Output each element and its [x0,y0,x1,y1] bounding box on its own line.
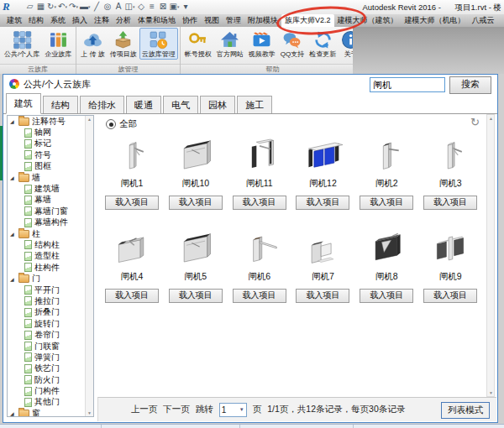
tag-icon[interactable]: ◎ [103,1,113,13]
revit-logo-icon[interactable]: R [3,0,21,13]
save-icon[interactable]: ▦ [36,1,45,13]
redo-icon[interactable]: ↷▾ [69,1,78,13]
tree-item-旋转门[interactable]: 旋转门 [8,318,93,329]
tree-folder-门[interactable]: ◢门 [8,273,93,284]
category-tab-园林[interactable]: 园林 [200,96,235,113]
customize-qat-icon[interactable]: ▾ [181,1,190,13]
tree-folder-注释符号[interactable]: ◢注释符号 [8,116,93,127]
ribbon-button-公共/个人库[interactable]: 公共/个人库 [2,28,42,60]
category-tab-电气[interactable]: 电气 [163,96,198,113]
tree-item-造型柱[interactable]: 造型柱 [8,251,93,262]
ribbon-tab-2[interactable]: 系统 [47,14,69,27]
open-icon[interactable]: ▱ [25,1,34,13]
load-into-project-button[interactable]: 载入项目 [169,196,223,210]
ribbon-tab-6[interactable]: 体量和场地 [134,14,179,27]
text-icon[interactable]: A [114,1,123,13]
page-jump-select[interactable]: 1▼ [219,403,247,417]
thin-lines-icon[interactable]: ≡ [147,1,156,13]
load-into-project-button[interactable]: 载入项目 [360,289,413,303]
load-into-project-button[interactable]: 载入项目 [105,196,159,210]
default-3d-view-icon[interactable]: ◫▾ [125,1,135,13]
ribbon-button-官方网站[interactable]: 官方网站 [214,28,246,60]
list-mode-button[interactable]: 列表模式 [441,402,490,419]
expander-icon[interactable]: ◢ [10,175,16,180]
ribbon-button-上 传 族[interactable]: 上 传 族 [78,28,107,60]
load-into-project-button[interactable]: 载入项目 [233,196,286,210]
tree-item-推拉门[interactable]: 推拉门 [8,295,93,306]
ribbon-tab-5[interactable]: 分析 [113,14,134,27]
scroll-up-icon[interactable]: ▲ [86,117,93,122]
load-into-project-button[interactable]: 载入项目 [360,196,413,210]
ribbon-tab-4[interactable]: 注释 [91,14,113,27]
load-into-project-button[interactable]: 载入项目 [233,289,286,303]
load-into-project-button[interactable]: 载入项目 [423,196,477,210]
category-tab-给排水[interactable]: 给排水 [80,96,124,113]
load-into-project-button[interactable]: 载入项目 [105,289,159,303]
tree-item-门构件[interactable]: 门构件 [8,385,93,396]
refresh-icon[interactable]: ↻ [470,116,480,128]
tree-item-其他门[interactable]: 其他门 [8,397,93,408]
next-page-link[interactable]: 下一页 [163,404,190,415]
tree-item-弹簧门[interactable]: 弹簧门 [8,352,93,363]
tree-item-结构柱[interactable]: 结构柱 [8,239,93,250]
ribbon-button-云族库管理[interactable]: 云族库管理 [139,28,178,60]
tree-item-标记[interactable]: 标记 [8,138,93,149]
load-into-project-button[interactable]: 载入项目 [169,289,223,303]
tree-folder-窗[interactable]: ◢窗 [8,408,93,417]
category-tab-建筑[interactable]: 建筑 [6,93,41,114]
tree-item-符号[interactable]: 符号 [8,149,93,160]
tree-scrollbar[interactable]: ▲ ▼ [85,116,93,416]
ribbon-button-企业族库[interactable]: 企业族库 [42,28,74,60]
undo-icon[interactable]: ↶▾ [58,1,67,13]
switch-windows-icon[interactable]: ▣▾ [169,1,179,13]
ribbon-tab-3[interactable]: 插入 [69,14,91,27]
tree-item-图框[interactable]: 图框 [8,161,93,172]
aligned-dimension-icon[interactable]: ╱ [92,1,102,13]
scroll-down-icon[interactable]: ▼ [86,410,93,415]
search-button[interactable]: 搜索 [449,76,491,94]
load-into-project-button[interactable]: 载入项目 [296,289,349,303]
ribbon-tab-14[interactable]: 八戒云 [469,14,498,27]
tree-item-卷帘门[interactable]: 卷帘门 [8,329,93,340]
tree-item-平开门[interactable]: 平开门 [8,284,93,295]
tree-item-折叠门[interactable]: 折叠门 [8,307,93,318]
category-tab-施工[interactable]: 施工 [237,96,272,113]
ribbon-tab-8[interactable]: 视图 [201,14,223,27]
tree-folder-柱[interactable]: ◢柱 [8,228,93,239]
tree-item-建筑墙[interactable]: 建筑墙 [8,183,93,194]
search-input[interactable] [370,77,445,92]
ribbon-button-帐号授权[interactable]: 帐号授权 [182,28,214,60]
tree-item-幕墙构件[interactable]: 幕墙构件 [8,217,93,228]
expander-icon[interactable]: ◢ [10,276,16,282]
ribbon-tab-1[interactable]: 结构 [25,14,47,27]
content-scrollbar[interactable]: ▲ ▼ [486,114,495,397]
ribbon-button-传项目族[interactable]: 传项目族 [108,28,139,60]
close-hidden-windows-icon[interactable]: ⊠ [158,1,167,13]
ribbon-tab-10[interactable]: 附加模块 [244,14,281,27]
load-into-project-button[interactable]: 载入项目 [423,289,477,303]
tree-item-防火门[interactable]: 防火门 [8,374,93,385]
tree-folder-墙[interactable]: ◢墙 [8,172,93,183]
expander-icon[interactable]: ◢ [10,118,16,124]
expander-icon[interactable]: ◢ [10,231,16,237]
ribbon-tab-13[interactable]: 建模大师（机电） [402,14,469,27]
scroll-down-icon[interactable]: ▼ [487,390,495,395]
sync-icon[interactable]: ↻▾ [47,1,56,13]
measure-icon[interactable]: ▬▾ [80,1,91,13]
expander-icon[interactable]: ◢ [10,410,16,416]
category-tab-结构[interactable]: 结构 [43,96,78,113]
ribbon-tab-7[interactable]: 协作 [179,14,201,27]
section-icon[interactable]: ◇ [136,1,145,13]
category-tab-暖通[interactable]: 暖通 [126,96,161,113]
prev-page-link[interactable]: 上一页 [131,404,158,415]
ribbon-tab-9[interactable]: 管理 [223,14,244,27]
tree-item-幕墙[interactable]: 幕墙 [8,195,93,206]
tree-item-门联窗[interactable]: 门联窗 [8,341,93,352]
scroll-up-icon[interactable]: ▲ [487,116,495,121]
ribbon-tab-0[interactable]: 建筑 [3,14,25,27]
load-into-project-button[interactable]: 载入项目 [296,196,349,210]
tree-item-轴网[interactable]: 轴网 [8,127,93,138]
tree-item-铁艺门[interactable]: 铁艺门 [8,363,93,374]
tree-item-柱构件[interactable]: 柱构件 [8,262,93,273]
filter-all-radio[interactable] [106,119,116,129]
